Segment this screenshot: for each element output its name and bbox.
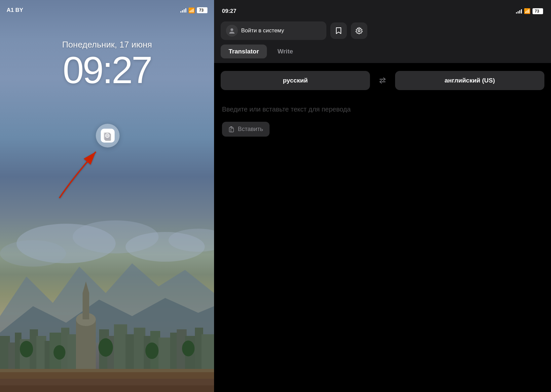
paste-icon <box>229 126 235 133</box>
signal-icon <box>180 8 186 13</box>
svg-rect-55 <box>231 128 234 132</box>
paste-label: Вставить <box>238 126 263 133</box>
tab-write[interactable]: Write <box>270 45 301 58</box>
app-battery-icon: 73 <box>533 8 543 14</box>
tab-bar: Translator Write <box>214 45 551 63</box>
lock-status-icons: 📶 73 <box>180 7 207 14</box>
login-label: Войти в систему <box>241 27 284 34</box>
bookmark-icon <box>335 27 343 35</box>
svg-point-34 <box>20 341 33 357</box>
svg-point-35 <box>54 345 65 360</box>
pointer-arrow <box>53 139 102 206</box>
wifi-icon: 📶 <box>188 7 195 14</box>
source-language-button[interactable]: русский <box>221 71 370 90</box>
source-language-label: русский <box>283 77 308 84</box>
app-signal-icon <box>516 9 522 14</box>
svg-point-36 <box>98 338 113 357</box>
lock-status-bar: A1 BY 📶 73 <box>0 0 214 16</box>
login-button[interactable]: Войти в систему <box>221 21 326 40</box>
bookmark-button[interactable] <box>330 22 347 39</box>
target-language-button[interactable]: английский (US) <box>395 71 544 90</box>
svg-point-3 <box>0 240 66 267</box>
target-language-label: английский (US) <box>445 77 495 84</box>
lock-time: 09:27 <box>0 51 214 89</box>
app-time: 09:27 <box>222 8 516 15</box>
input-placeholder: Введите или вставьте текст для перевода <box>222 105 543 114</box>
translator-screen: 09:27 📶 73 Войти в систему <box>214 0 551 392</box>
app-status-bar: 09:27 📶 73 <box>214 0 551 18</box>
app-icon-svg <box>102 130 113 141</box>
avatar-icon <box>228 27 236 34</box>
avatar <box>226 25 238 37</box>
arrow-svg <box>53 139 102 205</box>
app-wifi-icon: 📶 <box>524 8 531 14</box>
app-status-icons: 📶 73 <box>516 8 543 14</box>
cityscape-svg <box>0 211 214 392</box>
app-icon <box>101 129 115 143</box>
swap-languages-button[interactable] <box>375 73 390 88</box>
lock-screen: A1 BY 📶 73 Понедельник, 17 июня 09:27 <box>0 0 214 392</box>
app-header: Войти в систему <box>214 18 551 45</box>
language-selector: русский английский (US) <box>214 63 551 98</box>
svg-rect-19 <box>83 293 89 319</box>
input-area[interactable]: Введите или вставьте текст для перевода … <box>214 98 551 392</box>
svg-rect-54 <box>230 126 232 127</box>
tab-translator[interactable]: Translator <box>221 45 267 58</box>
settings-button[interactable] <box>351 22 367 39</box>
lock-date: Понедельник, 17 июня <box>0 40 214 50</box>
paste-button[interactable]: Вставить <box>222 122 270 137</box>
translator-main: русский английский (US) Введите или вста… <box>214 63 551 392</box>
svg-point-38 <box>182 341 195 356</box>
svg-point-52 <box>358 30 360 32</box>
carrier-label: A1 BY <box>7 7 180 14</box>
settings-icon <box>355 27 363 35</box>
svg-rect-42 <box>0 385 214 392</box>
svg-point-51 <box>231 28 233 31</box>
swap-icon <box>378 76 387 85</box>
svg-point-37 <box>145 343 159 359</box>
battery-icon: 73 <box>197 7 207 13</box>
